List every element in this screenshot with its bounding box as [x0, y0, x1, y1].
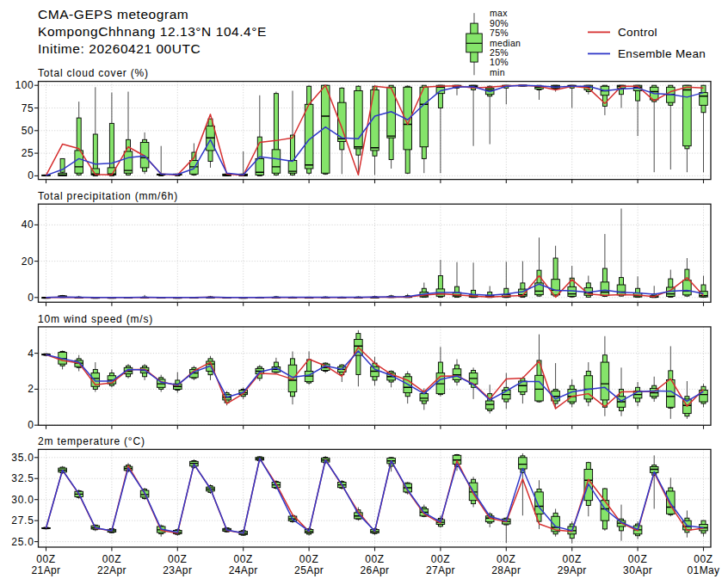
svg-text:21Apr: 21Apr: [31, 564, 60, 576]
svg-text:25.0: 25.0: [11, 536, 34, 548]
svg-text:100: 100: [15, 79, 34, 91]
svg-text:00Z: 00Z: [36, 553, 55, 565]
svg-text:2: 2: [28, 383, 34, 395]
svg-text:10%: 10%: [490, 57, 509, 67]
svg-text:00Z: 00Z: [628, 553, 647, 565]
svg-text:2m temperature (°C): 2m temperature (°C): [38, 435, 145, 447]
svg-text:min: min: [490, 67, 505, 77]
svg-text:40: 40: [22, 219, 34, 231]
svg-text:median: median: [490, 38, 521, 48]
svg-text:32.5: 32.5: [11, 472, 34, 484]
svg-text:28Apr: 28Apr: [491, 564, 521, 576]
svg-text:0: 0: [28, 169, 34, 182]
svg-text:00Z: 00Z: [562, 553, 581, 565]
svg-text:00Z: 00Z: [102, 553, 121, 565]
svg-text:00Z: 00Z: [299, 553, 318, 565]
svg-text:26Apr: 26Apr: [360, 564, 389, 576]
svg-text:50: 50: [22, 125, 34, 137]
svg-text:20: 20: [22, 256, 34, 268]
svg-text:Control: Control: [618, 26, 657, 39]
svg-text:75: 75: [22, 102, 34, 114]
svg-text:25Apr: 25Apr: [294, 564, 324, 576]
svg-text:30.0: 30.0: [11, 494, 34, 506]
svg-text:Total cloud cover (%): Total cloud cover (%): [38, 67, 149, 79]
svg-text:KompongChhnang 12.13°N 104.4°E: KompongChhnang 12.13°N 104.4°E: [38, 24, 267, 39]
svg-text:25: 25: [22, 147, 34, 159]
svg-text:Ensemble Mean: Ensemble Mean: [618, 47, 706, 60]
svg-text:29Apr: 29Apr: [558, 564, 587, 576]
svg-text:4: 4: [28, 348, 34, 360]
svg-text:00Z: 00Z: [694, 553, 713, 565]
svg-text:24Apr: 24Apr: [229, 564, 258, 576]
svg-text:max: max: [490, 8, 508, 18]
svg-text:00Z: 00Z: [168, 553, 187, 565]
svg-text:35.0: 35.0: [11, 452, 34, 464]
svg-text:Total precipitation (mm/6h): Total precipitation (mm/6h): [38, 190, 178, 202]
svg-text:00Z: 00Z: [431, 553, 450, 565]
svg-text:00Z: 00Z: [497, 553, 515, 565]
svg-text:10m wind speed (m/s): 10m wind speed (m/s): [38, 313, 153, 325]
svg-text:27.5: 27.5: [11, 514, 34, 526]
svg-text:01May: 01May: [687, 564, 719, 576]
svg-text:Initime: 20260421 00UTC: Initime: 20260421 00UTC: [38, 41, 201, 56]
svg-text:90%: 90%: [490, 18, 509, 28]
svg-text:23Apr: 23Apr: [163, 564, 192, 576]
svg-text:0: 0: [28, 292, 34, 304]
svg-text:25%: 25%: [490, 47, 509, 58]
svg-text:30Apr: 30Apr: [623, 564, 652, 576]
svg-text:00Z: 00Z: [233, 553, 252, 565]
svg-text:CMA-GEPS meteogram: CMA-GEPS meteogram: [38, 7, 188, 22]
svg-text:27Apr: 27Apr: [426, 564, 455, 576]
svg-text:0: 0: [28, 419, 34, 431]
svg-text:75%: 75%: [490, 28, 509, 38]
svg-text:00Z: 00Z: [365, 553, 384, 565]
svg-text:22Apr: 22Apr: [97, 564, 126, 576]
